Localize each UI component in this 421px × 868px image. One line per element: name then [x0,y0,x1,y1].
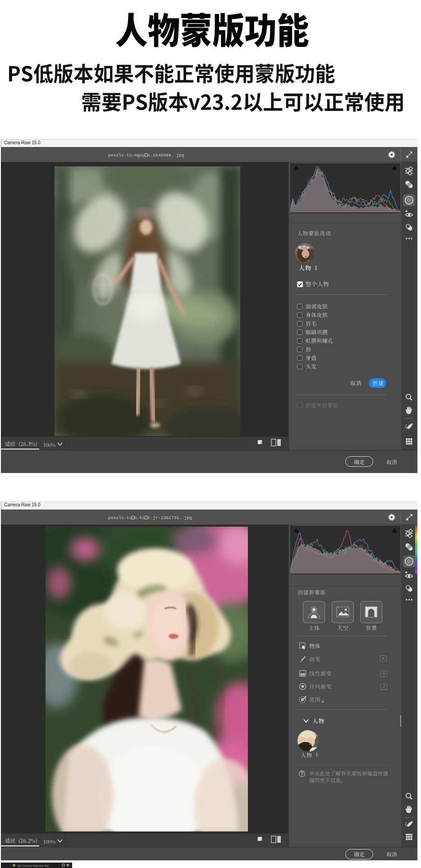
svg-text:Nik Collection Selective Tool: Nik Collection Selective Tool [18,864,49,867]
